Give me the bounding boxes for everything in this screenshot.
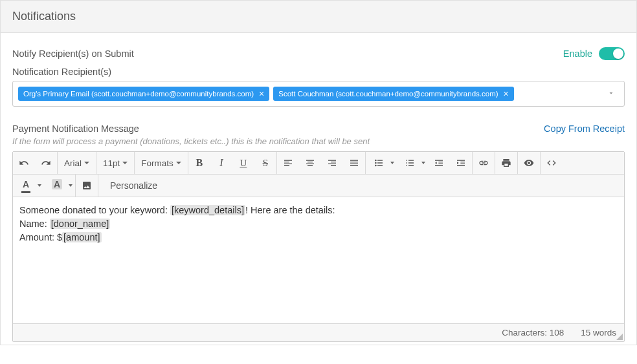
formats-dropdown[interactable]: Formats — [135, 152, 188, 174]
outdent-button[interactable] — [428, 152, 450, 174]
font-family-value: Arial — [64, 158, 82, 168]
remove-tag-icon[interactable]: × — [504, 89, 509, 98]
numbered-list-button[interactable] — [397, 152, 419, 174]
italic-button[interactable]: I — [210, 152, 232, 174]
svg-point-1 — [375, 162, 377, 164]
formats-value: Formats — [141, 158, 173, 168]
recipients-label: Notification Recipient(s) — [12, 67, 625, 77]
word-count: 15 words — [581, 328, 616, 337]
enable-toggle[interactable] — [599, 47, 625, 60]
recipient-tag: Scott Couchman (scott.couchman+demo@comm… — [273, 87, 513, 101]
align-right-button[interactable] — [321, 152, 343, 174]
link-button[interactable] — [473, 152, 495, 174]
bullet-list-dropdown[interactable] — [388, 152, 397, 174]
text-color-dropdown[interactable] — [35, 175, 44, 197]
redo-button[interactable] — [35, 152, 57, 174]
preview-button[interactable] — [518, 152, 540, 174]
panel-body: Notify Recipient(s) on Submit Enable Not… — [1, 33, 636, 345]
message-header-row: Payment Notification Message Copy From R… — [12, 123, 625, 134]
enable-wrap: Enable — [563, 47, 625, 60]
editor-line: Amount: $[amount] — [19, 231, 618, 244]
recipients-input[interactable]: Org's Primary Email (scott.couchman+demo… — [12, 81, 625, 107]
font-size-value: 11pt — [103, 158, 120, 168]
resize-grip[interactable] — [616, 334, 623, 340]
strikethrough-button[interactable]: S — [254, 152, 276, 174]
bullet-list-button[interactable] — [366, 152, 388, 174]
background-color-dropdown[interactable] — [66, 175, 75, 197]
placeholder-token: [amount] — [62, 232, 101, 242]
align-justify-button[interactable] — [343, 152, 365, 174]
editor-status-bar: Characters: 108 15 words — [13, 323, 624, 341]
recipient-tag: Org's Primary Email (scott.couchman+demo… — [18, 87, 269, 101]
notify-label: Notify Recipient(s) on Submit — [12, 48, 134, 59]
notify-toggle-row: Notify Recipient(s) on Submit Enable — [12, 47, 625, 60]
text-color-button[interactable]: A — [13, 175, 35, 197]
enable-text: Enable — [563, 48, 592, 59]
message-label: Payment Notification Message — [12, 123, 139, 134]
panel-header: Notifications — [1, 1, 636, 33]
placeholder-token: [keyword_details] — [170, 205, 245, 215]
char-count: Characters: 108 — [502, 328, 564, 337]
panel-title: Notifications — [12, 10, 625, 23]
recipient-tag-text: Org's Primary Email (scott.couchman+demo… — [23, 90, 254, 98]
editor-toolbar-row2: A A Personalize — [13, 175, 624, 197]
rich-text-editor: Arial 11pt Formats — [12, 151, 625, 342]
svg-point-0 — [375, 160, 377, 162]
background-color-button[interactable]: A — [44, 175, 66, 197]
personalize-button[interactable]: Personalize — [98, 175, 169, 197]
font-size-dropdown[interactable]: 11pt — [96, 152, 134, 174]
copy-from-receipt-link[interactable]: Copy From Receipt — [544, 123, 625, 134]
underline-button[interactable]: U — [232, 152, 254, 174]
font-family-dropdown[interactable]: Arial — [58, 152, 96, 174]
svg-point-2 — [375, 165, 377, 167]
editor-line: Someone donated to your keyword: [keywor… — [19, 204, 618, 217]
align-center-button[interactable] — [299, 152, 321, 174]
placeholder-token: [donor_name] — [50, 219, 110, 229]
indent-button[interactable] — [450, 152, 472, 174]
notifications-panel: Notifications Notify Recipient(s) on Sub… — [0, 0, 637, 345]
message-help-text: If the form will process a payment (dona… — [12, 136, 625, 146]
undo-button[interactable] — [13, 152, 35, 174]
source-code-button[interactable] — [541, 152, 563, 174]
dropdown-icon[interactable] — [607, 89, 615, 99]
editor-toolbar: Arial 11pt Formats — [13, 152, 624, 175]
insert-image-button[interactable] — [76, 175, 98, 197]
align-left-button[interactable] — [277, 152, 299, 174]
editor-content[interactable]: Someone donated to your keyword: [keywor… — [13, 197, 624, 323]
remove-tag-icon[interactable]: × — [259, 89, 264, 98]
recipient-tag-text: Scott Couchman (scott.couchman+demo@comm… — [278, 90, 498, 98]
editor-line: Name: [donor_name] — [19, 217, 618, 231]
bold-button[interactable]: B — [188, 152, 210, 174]
numbered-list-dropdown[interactable] — [419, 152, 428, 174]
print-button[interactable] — [495, 152, 517, 174]
